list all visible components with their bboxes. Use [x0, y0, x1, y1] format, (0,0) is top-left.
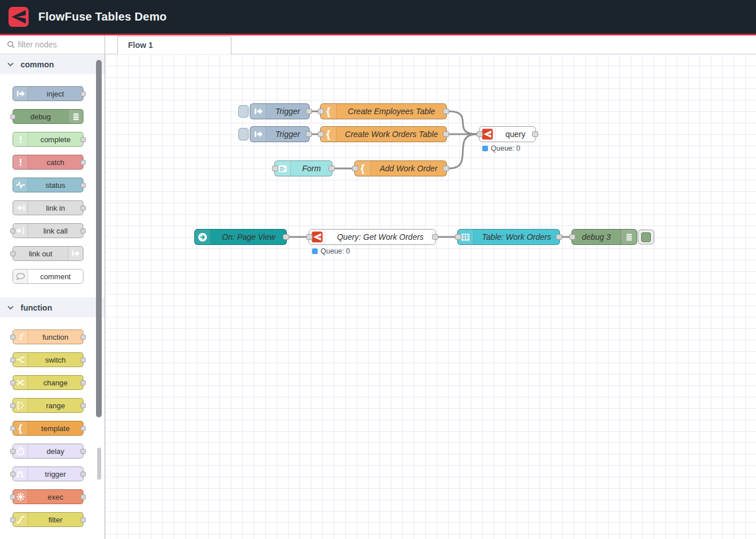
palette-node-complete[interactable]: complete — [13, 132, 83, 147]
debug-toggle-button[interactable] — [638, 230, 654, 244]
node-input-port[interactable] — [318, 131, 324, 137]
node-output-port[interactable] — [443, 131, 449, 137]
wire-template-create-employees-to-tables-query[interactable] — [449, 111, 477, 134]
palette-section-header-function[interactable]: function — [0, 297, 105, 317]
palette-node-inject[interactable]: inject — [13, 86, 83, 101]
node-output-port[interactable] — [432, 234, 438, 240]
tab-flow-1[interactable]: Flow 1 — [117, 36, 231, 54]
palette-node-change[interactable]: change — [13, 375, 83, 390]
node-output-port[interactable] — [81, 137, 86, 142]
node-input-port[interactable] — [10, 114, 15, 119]
node-output-port[interactable] — [81, 160, 86, 165]
node-input-port[interactable] — [10, 357, 15, 363]
node-input-port[interactable] — [455, 234, 461, 240]
node-output-port[interactable] — [81, 206, 86, 211]
app-root: FlowFuse Tables Demo commoninjectdebugco… — [0, 0, 756, 539]
inject-button[interactable] — [238, 128, 249, 140]
wire-template-add-work-order-to-tables-query[interactable] — [449, 134, 477, 168]
palette-search — [0, 35, 105, 54]
flow-node-tables-query[interactable]: query — [479, 126, 536, 142]
inject-arrow-icon — [13, 87, 28, 100]
node-output-port[interactable] — [81, 183, 86, 188]
palette-section-header-common[interactable]: common — [0, 54, 105, 74]
node-output-port[interactable] — [306, 131, 312, 137]
inject-button[interactable] — [238, 105, 249, 118]
flow-node-table-work-orders[interactable]: Table: Work Orders — [457, 229, 560, 245]
node-input-port[interactable] — [272, 166, 278, 171]
node-output-port[interactable] — [81, 335, 86, 340]
node-input-port[interactable] — [318, 108, 324, 114]
palette-node-link-out[interactable]: link out — [13, 246, 83, 261]
flow-node-template-create-employees[interactable]: {Create Employees Table — [320, 103, 447, 119]
palette-node-delay[interactable]: delay — [13, 444, 83, 458]
link-out-arrow-icon — [68, 247, 83, 260]
node-input-port[interactable] — [10, 251, 15, 256]
palette-node-trigger[interactable]: trigger — [13, 466, 83, 481]
flow-canvas[interactable]: Trigger{Create Employees TableTrigger{Cr… — [105, 54, 756, 539]
flow-node-inject-trigger-2[interactable]: Trigger — [250, 126, 310, 142]
palette-node-filter[interactable]: filter — [13, 512, 83, 527]
node-input-port[interactable] — [10, 403, 15, 408]
palette-node-debug[interactable]: debug — [13, 109, 83, 124]
palette-scrollbar[interactable] — [96, 60, 102, 417]
node-output-port[interactable] — [81, 403, 86, 408]
node-output-port[interactable] — [443, 108, 449, 114]
flow-node-inject-trigger-1[interactable]: Trigger — [250, 103, 310, 119]
palette-node-link-call[interactable]: link call — [13, 223, 83, 238]
flow-node-ui-form[interactable]: Form — [274, 160, 333, 176]
node-input-port[interactable] — [10, 472, 15, 477]
node-output-port[interactable] — [81, 357, 86, 363]
node-input-port[interactable] — [477, 131, 483, 137]
node-output-port[interactable] — [81, 91, 86, 96]
node-output-port[interactable] — [81, 426, 86, 431]
node-input-port[interactable] — [10, 335, 15, 340]
palette-section-common: injectdebugcompletecatchstatuslink inlin… — [0, 74, 105, 297]
node-output-port[interactable] — [306, 108, 312, 114]
palette-node-link-in[interactable]: link in — [13, 200, 83, 215]
node-output-port[interactable] — [81, 449, 86, 454]
node-input-port[interactable] — [10, 449, 15, 454]
status-pulse-icon — [13, 178, 28, 192]
inject-arrow-icon — [250, 104, 266, 119]
search-icon — [7, 41, 15, 49]
palette-node-status[interactable]: status — [13, 178, 83, 192]
node-input-port[interactable] — [10, 380, 15, 385]
palette-node-switch[interactable]: switch — [13, 352, 83, 367]
queue-status-badge: Queue: 0 — [482, 144, 520, 152]
filter-nodes-input[interactable] — [0, 35, 105, 54]
node-input-port[interactable] — [352, 166, 358, 171]
node-output-port[interactable] — [81, 472, 86, 477]
flow-node-template-add-work-order[interactable]: {Add Work Order — [354, 160, 447, 176]
node-output-port[interactable] — [556, 234, 562, 240]
flow-node-on-page-view[interactable]: On: Page View — [194, 229, 287, 245]
node-input-port[interactable] — [10, 426, 15, 431]
palette-node-comment[interactable]: comment — [13, 269, 83, 284]
node-input-port[interactable] — [10, 494, 15, 500]
node-output-port[interactable] — [81, 517, 86, 522]
flow-node-debug-3[interactable]: debug 3 — [571, 229, 637, 245]
flow-tabbar: Flow 1 — [105, 35, 756, 54]
node-output-port[interactable] — [283, 234, 289, 240]
debug-output-icon — [621, 230, 637, 244]
node-input-port[interactable] — [306, 234, 313, 240]
palette-node-exec[interactable]: exec — [13, 489, 83, 504]
node-output-port[interactable] — [81, 228, 86, 234]
palette-scrollbar-secondary[interactable] — [97, 448, 101, 480]
node-output-port[interactable] — [81, 494, 86, 500]
node-output-port[interactable] — [329, 166, 335, 171]
node-output-port[interactable] — [443, 166, 449, 171]
flowfuse-logo-icon — [8, 6, 29, 27]
node-input-port[interactable] — [569, 234, 575, 240]
flow-node-template-create-work-orders[interactable]: {Create Work Orders Table — [320, 126, 447, 142]
node-label: Query: Get Work Orders — [309, 232, 435, 242]
palette-node-catch[interactable]: catch — [13, 155, 83, 170]
node-output-port[interactable] — [532, 131, 538, 137]
flow-node-query-get-work-orders[interactable]: Query: Get Work Orders — [309, 229, 436, 245]
palette-node-template[interactable]: {template — [13, 421, 83, 436]
node-output-port[interactable] — [81, 380, 86, 385]
palette-section-label: function — [21, 303, 52, 312]
palette-node-function[interactable]: ffunction — [13, 329, 83, 344]
palette-node-range[interactable]: range — [13, 398, 83, 413]
node-input-port[interactable] — [10, 228, 15, 234]
node-input-port[interactable] — [10, 517, 15, 522]
